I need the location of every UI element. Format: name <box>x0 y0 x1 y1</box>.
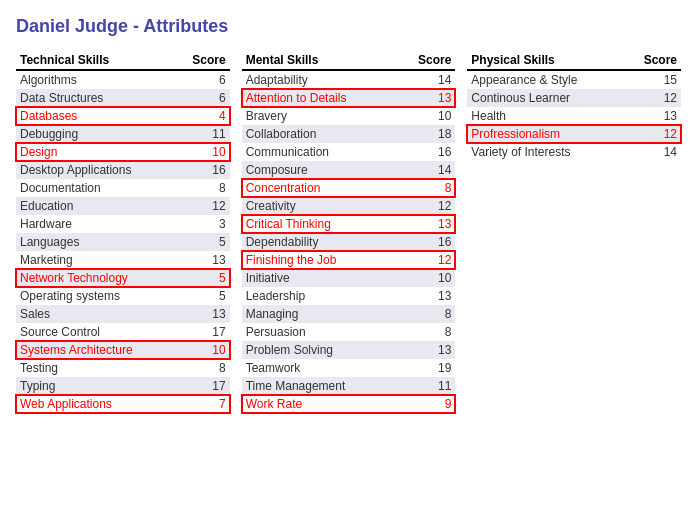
table-row: Variety of Interests14 <box>467 143 681 161</box>
row-label: Appearance & Style <box>467 70 624 89</box>
row-label: Collaboration <box>242 125 397 143</box>
row-label: Composure <box>242 161 397 179</box>
table-row: Hardware3 <box>16 215 230 233</box>
table-row: Finishing the Job12 <box>242 251 456 269</box>
table-row: Dependability16 <box>242 233 456 251</box>
table-row: Appearance & Style15 <box>467 70 681 89</box>
table-row: Adaptability14 <box>242 70 456 89</box>
row-score: 16 <box>396 233 455 251</box>
row-score: 8 <box>175 359 230 377</box>
row-label: Teamwork <box>242 359 397 377</box>
table-row: Data Structures6 <box>16 89 230 107</box>
row-score: 13 <box>396 287 455 305</box>
row-label: Dependability <box>242 233 397 251</box>
row-score: 8 <box>396 179 455 197</box>
column-mental: Mental SkillsScoreAdaptability14Attentio… <box>242 51 456 413</box>
table-row: Databases4 <box>16 107 230 125</box>
table-row: Web Applications7 <box>16 395 230 413</box>
table-row: Profressionalism12 <box>467 125 681 143</box>
table-row: Source Control17 <box>16 323 230 341</box>
table-row: Documentation8 <box>16 179 230 197</box>
row-score: 19 <box>396 359 455 377</box>
row-label: Hardware <box>16 215 175 233</box>
row-score: 13 <box>396 341 455 359</box>
table-row: Work Rate9 <box>242 395 456 413</box>
page-title: Daniel Judge - Attributes <box>16 16 681 37</box>
row-label: Typing <box>16 377 175 395</box>
columns-container: Technical SkillsScoreAlgorithms6Data Str… <box>16 51 681 413</box>
table-row: Teamwork19 <box>242 359 456 377</box>
row-label: Web Applications <box>16 395 175 413</box>
row-score: 5 <box>175 233 230 251</box>
row-score: 13 <box>396 89 455 107</box>
table-row: Languages5 <box>16 233 230 251</box>
table-row: Concentration8 <box>242 179 456 197</box>
table-row: Marketing13 <box>16 251 230 269</box>
table-row: Algorithms6 <box>16 70 230 89</box>
table-row: Collaboration18 <box>242 125 456 143</box>
table-row: Operating systems5 <box>16 287 230 305</box>
row-label: Desktop Applications <box>16 161 175 179</box>
row-label: Sales <box>16 305 175 323</box>
row-score: 18 <box>396 125 455 143</box>
table-row: Debugging11 <box>16 125 230 143</box>
row-label: Education <box>16 197 175 215</box>
table-row: Managing8 <box>242 305 456 323</box>
row-label: Concentration <box>242 179 397 197</box>
row-label: Bravery <box>242 107 397 125</box>
row-label: Attention to Details <box>242 89 397 107</box>
row-label: Initiative <box>242 269 397 287</box>
row-score: 13 <box>175 251 230 269</box>
row-label: Communication <box>242 143 397 161</box>
row-label: Languages <box>16 233 175 251</box>
row-label: Design <box>16 143 175 161</box>
row-label: Source Control <box>16 323 175 341</box>
row-label: Creativity <box>242 197 397 215</box>
row-score: 14 <box>396 70 455 89</box>
row-label: Algorithms <box>16 70 175 89</box>
row-score: 3 <box>175 215 230 233</box>
row-label: Marketing <box>16 251 175 269</box>
table-row: Desktop Applications16 <box>16 161 230 179</box>
row-label: Time Management <box>242 377 397 395</box>
row-score: 8 <box>396 305 455 323</box>
row-score: 5 <box>175 287 230 305</box>
table-row: Continous Learner12 <box>467 89 681 107</box>
row-score: 17 <box>175 323 230 341</box>
table-row: Design10 <box>16 143 230 161</box>
table-row: Creativity12 <box>242 197 456 215</box>
column-physical: Physical SkillsScoreAppearance & Style15… <box>467 51 681 161</box>
row-label: Network Technology <box>16 269 175 287</box>
header-technical-label: Technical Skills <box>16 51 175 70</box>
row-label: Debugging <box>16 125 175 143</box>
table-row: Persuasion8 <box>242 323 456 341</box>
row-score: 10 <box>175 143 230 161</box>
table-row: Bravery10 <box>242 107 456 125</box>
row-score: 8 <box>396 323 455 341</box>
row-label: Finishing the Job <box>242 251 397 269</box>
row-score: 12 <box>624 89 681 107</box>
row-label: Adaptability <box>242 70 397 89</box>
row-score: 5 <box>175 269 230 287</box>
row-label: Profressionalism <box>467 125 624 143</box>
row-label: Databases <box>16 107 175 125</box>
header-mental-score: Score <box>396 51 455 70</box>
row-label: Data Structures <box>16 89 175 107</box>
table-row: Leadership13 <box>242 287 456 305</box>
row-label: Systems Architecture <box>16 341 175 359</box>
row-label: Health <box>467 107 624 125</box>
row-score: 14 <box>624 143 681 161</box>
row-score: 11 <box>175 125 230 143</box>
row-score: 14 <box>396 161 455 179</box>
table-physical: Physical SkillsScoreAppearance & Style15… <box>467 51 681 161</box>
row-score: 13 <box>396 215 455 233</box>
row-score: 6 <box>175 70 230 89</box>
row-score: 9 <box>396 395 455 413</box>
row-score: 6 <box>175 89 230 107</box>
row-score: 16 <box>396 143 455 161</box>
column-technical: Technical SkillsScoreAlgorithms6Data Str… <box>16 51 230 413</box>
table-row: Composure14 <box>242 161 456 179</box>
header-physical-label: Physical Skills <box>467 51 624 70</box>
table-row: Education12 <box>16 197 230 215</box>
header-mental-label: Mental Skills <box>242 51 397 70</box>
